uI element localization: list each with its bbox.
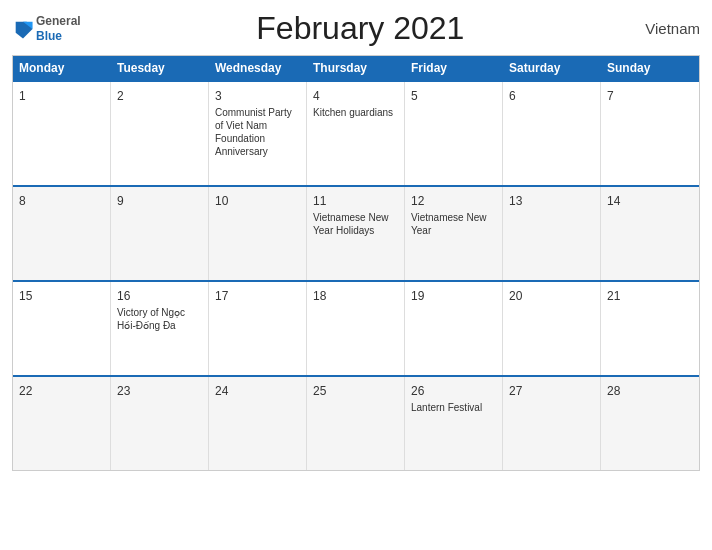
day-headers-row: Monday Tuesday Wednesday Thursday Friday…: [13, 56, 699, 80]
day-cell: 17: [209, 282, 307, 375]
day-cell: 23: [111, 377, 209, 470]
day-number: 7: [607, 89, 614, 103]
day-number: 16: [117, 289, 130, 303]
logo: General Blue: [12, 14, 81, 43]
day-cell: 16 Victory of Ngọc Hồi-Đống Đa: [111, 282, 209, 375]
day-number: 9: [117, 194, 124, 208]
event-label: Vietnamese New Year Holidays: [313, 211, 398, 237]
day-cell: 26 Lantern Festival: [405, 377, 503, 470]
day-number: 3: [215, 89, 222, 103]
day-cell: 18: [307, 282, 405, 375]
day-number: 8: [19, 194, 26, 208]
week-row: 1 2 3 Communist Party of Viet Nam Founda…: [13, 80, 699, 185]
day-number: 10: [215, 194, 228, 208]
week-row: 22 23 24 25 26 Lantern Festival 27 28: [13, 375, 699, 470]
day-header-sunday: Sunday: [601, 56, 699, 80]
day-number: 11: [313, 194, 326, 208]
day-number: 17: [215, 289, 228, 303]
day-cell: 25: [307, 377, 405, 470]
day-number: 15: [19, 289, 32, 303]
day-cell: 2: [111, 82, 209, 185]
day-number: 24: [215, 384, 228, 398]
day-number: 2: [117, 89, 124, 103]
day-cell: 22: [13, 377, 111, 470]
day-header-saturday: Saturday: [503, 56, 601, 80]
week-row: 15 16 Victory of Ngọc Hồi-Đống Đa 17 18 …: [13, 280, 699, 375]
day-number: 13: [509, 194, 522, 208]
day-cell: 19: [405, 282, 503, 375]
day-number: 5: [411, 89, 418, 103]
event-label: Victory of Ngọc Hồi-Đống Đa: [117, 306, 202, 332]
day-number: 12: [411, 194, 424, 208]
day-number: 25: [313, 384, 326, 398]
calendar-header: General Blue February 2021 Vietnam: [12, 10, 700, 47]
country-label: Vietnam: [640, 20, 700, 37]
event-label: Vietnamese New Year: [411, 211, 496, 237]
day-header-friday: Friday: [405, 56, 503, 80]
day-number: 6: [509, 89, 516, 103]
day-cell: 10: [209, 187, 307, 280]
logo-general-text: General: [36, 14, 81, 28]
day-number: 21: [607, 289, 620, 303]
calendar-container: General Blue February 2021 Vietnam Monda…: [0, 0, 712, 550]
day-cell: 13: [503, 187, 601, 280]
event-label: Lantern Festival: [411, 401, 496, 414]
day-cell: 15: [13, 282, 111, 375]
day-number: 23: [117, 384, 130, 398]
calendar-grid: Monday Tuesday Wednesday Thursday Friday…: [12, 55, 700, 471]
day-cell: 1: [13, 82, 111, 185]
day-cell: 24: [209, 377, 307, 470]
logo-icon: [12, 18, 34, 40]
day-number: 1: [19, 89, 26, 103]
day-cell: 7: [601, 82, 699, 185]
day-number: 20: [509, 289, 522, 303]
week-row: 8 9 10 11 Vietnamese New Year Holidays 1…: [13, 185, 699, 280]
event-label: Communist Party of Viet Nam Foundation A…: [215, 106, 300, 158]
day-cell: 12 Vietnamese New Year: [405, 187, 503, 280]
day-number: 14: [607, 194, 620, 208]
day-cell: 4 Kitchen guardians: [307, 82, 405, 185]
day-cell: 6: [503, 82, 601, 185]
day-cell: 5: [405, 82, 503, 185]
day-header-monday: Monday: [13, 56, 111, 80]
day-number: 27: [509, 384, 522, 398]
day-cell: 8: [13, 187, 111, 280]
day-cell: 20: [503, 282, 601, 375]
day-header-tuesday: Tuesday: [111, 56, 209, 80]
logo-blue-text: Blue: [36, 29, 81, 43]
day-header-wednesday: Wednesday: [209, 56, 307, 80]
day-header-thursday: Thursday: [307, 56, 405, 80]
event-label: Kitchen guardians: [313, 106, 398, 119]
day-cell: 9: [111, 187, 209, 280]
day-cell: 14: [601, 187, 699, 280]
day-number: 22: [19, 384, 32, 398]
day-cell: 28: [601, 377, 699, 470]
calendar-weeks: 1 2 3 Communist Party of Viet Nam Founda…: [13, 80, 699, 470]
calendar-title: February 2021: [81, 10, 640, 47]
day-cell: 11 Vietnamese New Year Holidays: [307, 187, 405, 280]
day-number: 26: [411, 384, 424, 398]
day-number: 18: [313, 289, 326, 303]
day-cell: 3 Communist Party of Viet Nam Foundation…: [209, 82, 307, 185]
day-number: 28: [607, 384, 620, 398]
day-number: 4: [313, 89, 320, 103]
day-cell: 27: [503, 377, 601, 470]
day-cell: 21: [601, 282, 699, 375]
day-number: 19: [411, 289, 424, 303]
